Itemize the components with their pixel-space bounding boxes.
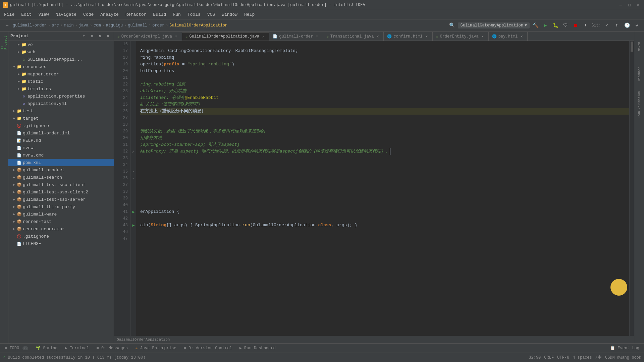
tab-orderentity[interactable]: ☕ OrderEntity.java ✕ — [433, 32, 489, 41]
bottom-tab-messages[interactable]: = 0: Messages — [93, 345, 131, 351]
breadcrumb-atguigu[interactable]: atguigu — [106, 23, 123, 28]
menu-window[interactable]: Window — [219, 11, 240, 18]
tab-close-gulimallorder[interactable]: ✕ — [261, 34, 266, 39]
code-editor[interactable]: 16 17 18 19 20 21 22 23 24 25 26 27 28 2… — [114, 41, 634, 336]
bottom-tab-java-enterprise[interactable]: ☕ Java Enterprise — [132, 345, 179, 351]
tree-item-sso-client2[interactable]: ▶ 📦 gulimall-test-sso-client2 — [8, 188, 114, 196]
sidebar-expand[interactable]: ⇅ — [96, 33, 104, 40]
tree-item-app-yml[interactable]: ⚙ application.yml — [8, 100, 114, 107]
tree-item-helpmd[interactable]: 📝 HELP.md — [8, 137, 114, 144]
tree-item-mvnwcmd[interactable]: 📄 mvnw.cmd — [8, 152, 114, 159]
stop-button[interactable]: ⏹ — [571, 21, 580, 30]
run-button[interactable]: ▶ — [541, 21, 550, 30]
toolbar-search[interactable]: 🔍 — [448, 21, 457, 30]
tab-close-orderentity[interactable]: ✕ — [480, 34, 485, 39]
tree-item-pom[interactable]: 📄 pom.xml — [8, 159, 114, 166]
menu-code[interactable]: Code — [80, 11, 96, 18]
tree-item-target[interactable]: ▶ 📁 target — [8, 115, 114, 122]
coverage-button[interactable]: 🛡 — [561, 21, 570, 30]
bottom-tab-spring[interactable]: 🌱 Spring — [32, 345, 61, 351]
breadcrumb-java[interactable]: java — [79, 23, 89, 28]
tree-item-static[interactable]: ▶ 📁 static — [8, 78, 114, 85]
tree-item-gitignore[interactable]: 🚫 .gitignore — [8, 122, 114, 129]
tree-item-mapper[interactable]: ▶ 📁 mapper.order — [8, 70, 114, 78]
bottom-tab-version-control[interactable]: = 9: Version Control — [180, 345, 235, 351]
project-panel-toggle[interactable]: 1: Project — [0, 33, 8, 50]
encoding[interactable]: UTF-8 — [557, 355, 569, 360]
menu-analyze[interactable]: Analyze — [98, 11, 121, 18]
tab-transactional[interactable]: ☕ Transactional.java ✕ — [323, 32, 384, 41]
menu-view[interactable]: View — [36, 11, 51, 18]
tree-item-web[interactable]: ▶ 📁 web — [8, 48, 114, 56]
tab-gulimallorderapplication[interactable]: ☕ GulimallOrderApplication.java ✕ — [182, 32, 269, 41]
right-gutter[interactable] — [629, 41, 634, 336]
breadcrumb-module[interactable]: gulimall-order — [13, 23, 47, 28]
maximize-button[interactable]: ❐ — [627, 2, 633, 8]
tree-item-mvnw[interactable]: 📄 mvnw — [8, 144, 114, 152]
git-history[interactable]: 🕐 — [623, 21, 631, 30]
tree-item-sso-server[interactable]: ▶ 📦 gulimall-test-sso-server — [8, 196, 114, 203]
tab-orderserviceimpl[interactable]: ☕ OrderServiceImpl.java ✕ — [114, 32, 182, 41]
window-controls[interactable]: — ❐ ✕ — [618, 2, 641, 8]
breadcrumb-gulimall[interactable]: gulimall — [128, 23, 147, 28]
tab-confirm[interactable]: 🌐 confirm.html ✕ — [384, 32, 432, 41]
tab-gulimallorder-xml[interactable]: 📄 gulimall-order ✕ — [269, 32, 323, 41]
sidebar-add[interactable]: + — [80, 33, 88, 40]
close-button[interactable]: ✕ — [635, 2, 641, 8]
git-update[interactable]: ⬇ — [581, 21, 590, 30]
bottom-tab-event-log[interactable]: 📋 Event Log — [607, 345, 643, 351]
tree-item-test[interactable]: ▶ 📁 test — [8, 107, 114, 115]
menu-file[interactable]: File — [1, 11, 17, 18]
tree-item-app-props[interactable]: ⚙ application.properties — [8, 93, 114, 100]
tree-item-product[interactable]: ▶ 📦 gulimall-product — [8, 166, 114, 174]
sidebar-close[interactable]: ✕ — [104, 33, 112, 40]
bean-validation-toggle[interactable]: Bean Validation — [635, 88, 644, 121]
bottom-tab-terminal[interactable]: ▶ Terminal — [61, 345, 92, 351]
git-commit[interactable]: ✓ — [602, 21, 611, 30]
tree-item-vo[interactable]: ▶ 📁 vo — [8, 41, 114, 48]
tree-item-search[interactable]: ▶ 📦 gulimall-search — [8, 174, 114, 181]
menu-navigate[interactable]: Navigate — [53, 11, 79, 18]
tab-close-transactional[interactable]: ✕ — [375, 34, 380, 39]
tab-close-order-xml[interactable]: ✕ — [315, 34, 319, 39]
tree-item-resources[interactable]: ▼ 📁 resources — [8, 63, 114, 70]
tab-pay[interactable]: 🌐 pay.html ✕ — [489, 32, 528, 41]
git-push[interactable]: ⬆ — [612, 21, 621, 30]
menu-edit[interactable]: Edit — [18, 11, 34, 18]
tree-item-renren-fast[interactable]: ▶ 📦 renren-fast — [8, 218, 114, 225]
cursor-position[interactable]: 32:90 — [529, 355, 541, 360]
indent-setting[interactable]: 4 spaces — [573, 355, 592, 360]
tree-item-gitignore2[interactable]: 🚫 .gitignore — [8, 233, 114, 240]
tree-item-renren-gen[interactable]: ▶ 📦 renren-generator — [8, 225, 114, 233]
breadcrumb-order[interactable]: order — [152, 23, 164, 28]
power-save[interactable]: ⚡中 — [595, 355, 602, 360]
breadcrumb-src[interactable]: src — [52, 23, 59, 28]
toolbar-back[interactable]: ← — [3, 21, 11, 30]
menu-run[interactable]: Run — [170, 11, 183, 18]
tree-item-iml[interactable]: 📄 gulimall-order.iml — [8, 129, 114, 137]
menu-build[interactable]: Build — [150, 11, 169, 18]
tab-close-confirm[interactable]: ✕ — [424, 34, 429, 39]
line-ending[interactable]: CRLF — [544, 355, 554, 360]
sidebar-settings[interactable]: ⚙ — [88, 33, 96, 40]
minimize-button[interactable]: — — [618, 2, 624, 8]
code-content[interactable]: AmqpAdmin、CachingConnectionFactory、Rabbi… — [136, 41, 629, 336]
run-config-selector[interactable]: GulimallGatewayApplication ▼ — [458, 22, 530, 28]
database-panel-toggle[interactable]: Database — [635, 60, 644, 87]
debug-button[interactable]: 🐛 — [551, 21, 560, 30]
tree-item-ware[interactable]: ▶ 📦 gulimall-ware — [8, 210, 114, 218]
tab-close-pay[interactable]: ✕ — [519, 34, 524, 39]
tree-item-license[interactable]: 📄 LICENSE — [8, 240, 114, 247]
build-button[interactable]: 🔨 — [531, 21, 540, 30]
tree-item-templates[interactable]: ▶ 📁 templates — [8, 85, 114, 93]
tree-item-sso-client[interactable]: ▶ 📦 gulimall-test-sso-client — [8, 181, 114, 188]
bottom-tab-todo[interactable]: = TODO 6 — [1, 345, 32, 351]
bottom-tab-run-dashboard[interactable]: ▶ Run Dashboard — [236, 345, 279, 351]
breadcrumb-main[interactable]: main — [64, 23, 74, 28]
tree-item-main-class[interactable]: ☕ GulimallOrderAppli... — [8, 56, 114, 63]
scrollbar-thumb[interactable] — [631, 42, 633, 52]
maven-panel-toggle[interactable]: Maven — [635, 33, 644, 60]
breadcrumb-class[interactable]: GulimallOrderApplication — [169, 23, 227, 28]
breadcrumb-com[interactable]: com — [94, 23, 101, 28]
tree-item-third[interactable]: ▶ 📦 gulimall-third-party — [8, 203, 114, 210]
